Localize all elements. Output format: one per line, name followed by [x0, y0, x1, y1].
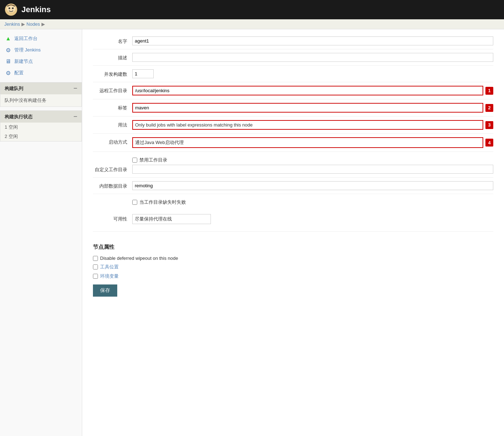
- executor-2: 2 空闲: [0, 132, 81, 141]
- usage-annotated: Only build jobs with label expressions m…: [132, 120, 493, 130]
- svg-point-3: [12, 8, 14, 9]
- name-row: 名字: [93, 36, 493, 49]
- name-field: [132, 36, 493, 45]
- sidebar-item-configure[interactable]: ⚙ 配置: [0, 67, 82, 79]
- sidebar-item-manage-label: 管理 Jenkins: [14, 47, 41, 53]
- name-input[interactable]: [132, 36, 493, 45]
- usage-select[interactable]: Only build jobs with label expressions m…: [132, 120, 483, 130]
- monitor-icon: 🖥: [5, 58, 11, 65]
- availability-select[interactable]: 尽量保持代理在线: [132, 214, 211, 224]
- launch-label: 启动方式: [93, 137, 132, 145]
- header: Jenkins: [0, 0, 504, 19]
- disable-wipeout-label: Disable deferred wipeout on this node: [100, 256, 178, 261]
- spacer1: [93, 207, 493, 214]
- description-input[interactable]: [132, 53, 493, 62]
- sidebar-item-configure-label: 配置: [14, 70, 24, 76]
- gear-icon: ⚙: [5, 47, 11, 53]
- remote-dir-row: 远程工作目录 1: [93, 86, 493, 99]
- sidebar-item-back-label: 返回工作台: [14, 35, 38, 42]
- concurrent-label: 并发构建数: [93, 69, 132, 78]
- usage-field: Only build jobs with label expressions m…: [132, 120, 493, 130]
- annotation-2: 2: [485, 104, 493, 112]
- gear2-icon: ⚙: [5, 70, 11, 76]
- svg-rect-4: [7, 6, 9, 6]
- jenkins-logo: [4, 3, 18, 16]
- internal-data-row: 内部数据目录: [93, 181, 493, 194]
- svg-rect-5: [14, 6, 15, 6]
- executor-1-label: 1 空闲: [5, 124, 18, 130]
- save-button[interactable]: 保存: [93, 284, 117, 297]
- svg-point-2: [9, 8, 10, 9]
- breadcrumb-sep-1: ▶: [21, 21, 25, 27]
- breadcrumb-nodes[interactable]: Nodes: [26, 21, 40, 27]
- disable-wipeout-checkbox[interactable]: [93, 256, 98, 261]
- sidebar-item-back[interactable]: ▲ 返回工作台: [0, 33, 82, 44]
- build-queue-title: 构建队列: [5, 85, 23, 92]
- availability-value-text: 尽量保持代理在线: [135, 216, 172, 222]
- name-label: 名字: [93, 36, 132, 45]
- launch-select[interactable]: 通过Java Web启动代理: [132, 137, 483, 148]
- launch-row: 启动方式 通过Java Web启动代理 4: [93, 137, 493, 152]
- node-properties-section: 节点属性 Disable deferred wipeout on this no…: [93, 231, 493, 297]
- build-queue-body: 队列中没有构建任务: [0, 94, 81, 106]
- annotation-3: 3: [485, 121, 493, 129]
- launch-field: 通过Java Web启动代理 4: [132, 137, 493, 148]
- build-queue-empty: 队列中没有构建任务: [5, 98, 46, 103]
- sidebar-item-new-node-label: 新建节点: [14, 58, 33, 65]
- tool-location-checkbox[interactable]: [93, 264, 98, 269]
- fail-on-missing-checkbox[interactable]: [132, 200, 137, 205]
- build-executor-section: 构建执行状态 − 1 空闲 2 空闲: [0, 110, 82, 142]
- sidebar-item-manage[interactable]: ⚙ 管理 Jenkins: [0, 44, 82, 56]
- annotation-1: 1: [485, 87, 493, 95]
- custom-workdir-label: 自定义工作目录: [93, 165, 132, 173]
- build-executor-collapse[interactable]: −: [73, 113, 77, 120]
- remote-dir-field: 1: [132, 86, 493, 95]
- node-properties-title: 节点属性: [93, 244, 493, 251]
- content-area: 名字 描述 并发构建数 远程工作目录 1: [82, 29, 504, 436]
- custom-workdir-field: [132, 165, 493, 174]
- tool-location-link[interactable]: 工具位置: [100, 264, 119, 270]
- disable-workdir-row: 禁用工作目录: [132, 155, 493, 165]
- description-field: [132, 53, 493, 62]
- build-queue-collapse[interactable]: −: [73, 85, 77, 92]
- disable-workdir-area: 禁用工作目录: [132, 155, 493, 165]
- internal-data-field: [132, 181, 493, 190]
- availability-field: 尽量保持代理在线: [132, 214, 493, 224]
- tags-input[interactable]: [132, 103, 483, 113]
- launch-annotated: 通过Java Web启动代理 4: [132, 137, 493, 148]
- env-vars-checkbox[interactable]: [93, 274, 98, 279]
- svg-point-1: [7, 4, 16, 13]
- usage-label: 用法: [93, 120, 132, 128]
- tags-label: 标签: [93, 103, 132, 111]
- remote-dir-input[interactable]: [132, 86, 483, 95]
- annotation-4: 4: [485, 139, 493, 147]
- internal-data-input[interactable]: [132, 181, 493, 190]
- custom-workdir-input[interactable]: [132, 165, 493, 174]
- concurrent-input[interactable]: [132, 69, 154, 78]
- disable-workdir-label: 禁用工作目录: [139, 157, 167, 163]
- description-label: 描述: [93, 53, 132, 61]
- breadcrumb: Jenkins ▶ Nodes ▶: [0, 19, 504, 29]
- app-title: Jenkins: [21, 5, 51, 14]
- remote-dir-label: 远程工作目录: [93, 86, 132, 94]
- usage-row: 用法 Only build jobs with label expression…: [93, 120, 493, 134]
- tags-annotated: 2: [132, 103, 493, 113]
- internal-data-label: 内部数据目录: [93, 181, 132, 189]
- build-executor-header: 构建执行状态 −: [0, 111, 81, 123]
- usage-value-text: Only build jobs with label expressions m…: [135, 122, 253, 128]
- disable-workdir-checkbox[interactable]: [132, 158, 137, 163]
- fail-on-missing-area: 当工作目录缺失时失败: [132, 198, 493, 207]
- executor-2-label: 2 空闲: [5, 134, 18, 139]
- concurrent-field: [132, 69, 493, 78]
- fail-on-missing-row: 当工作目录缺失时失败: [132, 198, 493, 207]
- sidebar: ▲ 返回工作台 ⚙ 管理 Jenkins 🖥 新建节点 ⚙ 配置 构建队列 − …: [0, 29, 82, 436]
- tags-row: 标签 2: [93, 103, 493, 117]
- launch-value-text: 通过Java Web启动代理: [135, 140, 184, 145]
- sidebar-item-new-node[interactable]: 🖥 新建节点: [0, 56, 82, 67]
- build-executor-title: 构建执行状态: [5, 114, 33, 120]
- env-vars-row: 环境变量: [93, 272, 493, 281]
- main-layout: ▲ 返回工作台 ⚙ 管理 Jenkins 🖥 新建节点 ⚙ 配置 构建队列 − …: [0, 29, 504, 436]
- breadcrumb-jenkins[interactable]: Jenkins: [4, 21, 20, 27]
- env-vars-link[interactable]: 环境变量: [100, 273, 119, 279]
- executor-1: 1 空闲: [0, 123, 81, 132]
